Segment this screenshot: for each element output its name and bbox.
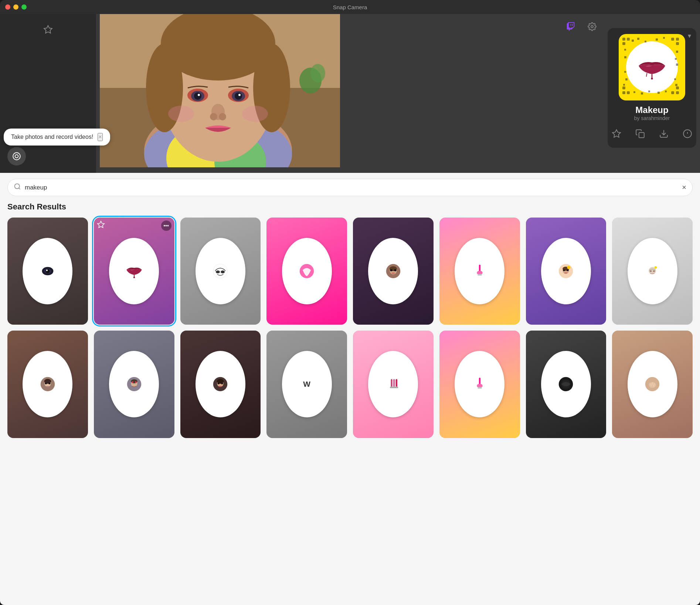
- svg-point-75: [45, 269, 50, 273]
- filter-icon: [23, 351, 72, 417]
- filter-icon: [628, 351, 677, 417]
- svg-rect-41: [676, 91, 679, 94]
- filter-icon: [23, 238, 72, 304]
- svg-point-26: [242, 106, 268, 122]
- filter-icon: [368, 351, 418, 417]
- tooltip-close-button[interactable]: ×: [98, 133, 102, 141]
- svg-text:W: W: [303, 380, 310, 388]
- svg-point-117: [218, 383, 220, 384]
- snap-panel: ▾: [608, 28, 696, 148]
- snap-info: Makeup by sarahminder: [634, 105, 670, 121]
- maximize-button[interactable]: [21, 4, 27, 10]
- filter-card[interactable]: W Makeup by …: [266, 331, 347, 438]
- search-results-title: Search Results: [7, 202, 693, 212]
- svg-point-96: [563, 270, 565, 271]
- svg-point-101: [650, 270, 652, 272]
- search-icon: [14, 183, 21, 192]
- filter-card[interactable]: Makeup by …: [612, 331, 693, 438]
- filter-card[interactable]: Makeup by لور يجو100 ا: [7, 218, 88, 325]
- search-bar: ×: [7, 179, 693, 196]
- svg-rect-61: [665, 90, 667, 92]
- twitch-button[interactable]: [563, 18, 579, 35]
- filter-card[interactable]: Makeup by …: [439, 331, 520, 438]
- filter-icon: [282, 238, 332, 304]
- svg-rect-45: [656, 38, 658, 41]
- filter-icon: [628, 238, 677, 304]
- svg-rect-39: [671, 91, 674, 94]
- svg-point-88: [394, 269, 397, 271]
- filter-card[interactable]: Makeup by athb.almsha3…: [353, 218, 434, 325]
- more-options-icon[interactable]: •••: [161, 221, 171, 231]
- filter-card[interactable]: Makeup by …: [7, 331, 88, 438]
- favorite-action-button[interactable]: [608, 126, 625, 142]
- filter-card[interactable]: Makeup by Emily 💗🌹: [266, 218, 347, 325]
- svg-rect-46: [663, 37, 665, 39]
- svg-rect-59: [648, 90, 650, 92]
- tooltip-bubble: Take photos and record videos! ×: [4, 129, 110, 146]
- close-button[interactable]: [5, 4, 10, 10]
- filter-card[interactable]: Makeup by …: [353, 331, 434, 438]
- svg-rect-40: [676, 86, 679, 89]
- svg-point-24: [219, 113, 226, 120]
- filter-card[interactable]: Makeup by Manel.dbs …: [180, 218, 261, 325]
- svg-point-111: [131, 379, 137, 383]
- svg-rect-50: [675, 58, 677, 60]
- svg-point-4: [310, 64, 325, 82]
- svg-rect-43: [637, 38, 639, 40]
- favorites-button[interactable]: [40, 21, 56, 38]
- svg-marker-65: [612, 130, 621, 137]
- filter-card[interactable]: Makeup by …: [94, 331, 174, 438]
- settings-button[interactable]: [584, 18, 600, 35]
- search-input[interactable]: [25, 184, 678, 191]
- filter-card[interactable]: Makeup by Ariel Yu: [526, 218, 606, 325]
- titlebar: Snap Camera: [0, 0, 700, 14]
- camera-section: Take photos and record videos! ×: [0, 14, 700, 173]
- minimize-button[interactable]: [13, 4, 18, 10]
- filter-icon: [109, 238, 159, 304]
- search-clear-button[interactable]: ×: [682, 183, 686, 192]
- filter-icon: [541, 238, 591, 304]
- svg-line-72: [19, 188, 20, 189]
- svg-rect-37: [622, 91, 625, 94]
- svg-rect-124: [395, 379, 397, 387]
- filter-icon: [196, 351, 245, 417]
- svg-rect-55: [674, 78, 676, 80]
- svg-point-103: [655, 266, 657, 269]
- info-action-button[interactable]: [679, 126, 696, 142]
- filter-icon: [541, 351, 591, 417]
- svg-point-19: [235, 92, 242, 100]
- share-action-button[interactable]: [632, 126, 648, 142]
- svg-rect-53: [625, 78, 628, 81]
- svg-rect-48: [624, 56, 626, 58]
- main-content: Take photos and record videos! ×: [0, 14, 700, 605]
- svg-point-21: [238, 94, 241, 96]
- svg-rect-123: [393, 379, 395, 387]
- filter-card[interactable]: Makeup by …: [180, 331, 261, 438]
- filter-card[interactable]: Makeup by ja c quel ₁ e: [612, 218, 693, 325]
- svg-rect-44: [645, 41, 646, 42]
- download-action-button[interactable]: [656, 126, 672, 142]
- filters-grid-row1: Makeup by لور يجو100 ا •••: [7, 218, 693, 325]
- svg-rect-51: [676, 64, 678, 66]
- capture-button[interactable]: [7, 147, 26, 165]
- filter-card[interactable]: Makeup by Ayesha: [439, 218, 520, 325]
- chevron-down-icon[interactable]: ▾: [688, 32, 691, 40]
- svg-rect-36: [622, 86, 625, 89]
- svg-point-18: [194, 92, 201, 100]
- filter-card[interactable]: Makeup by …: [526, 331, 606, 438]
- svg-rect-34: [676, 38, 679, 41]
- svg-point-20: [198, 94, 200, 96]
- svg-point-25: [168, 106, 194, 122]
- snap-qr-code: [619, 34, 685, 100]
- svg-point-76: [46, 270, 48, 271]
- svg-point-28: [15, 155, 18, 158]
- svg-rect-30: [622, 38, 625, 41]
- svg-rect-32: [622, 42, 625, 45]
- filter-card[interactable]: ••• Makeup by sarahminder: [94, 218, 174, 325]
- filter-icon: [196, 238, 245, 304]
- svg-rect-125: [390, 387, 398, 388]
- svg-rect-33: [671, 38, 674, 41]
- svg-marker-0: [44, 25, 52, 33]
- favorite-star-icon[interactable]: [97, 221, 105, 230]
- svg-rect-54: [623, 84, 625, 86]
